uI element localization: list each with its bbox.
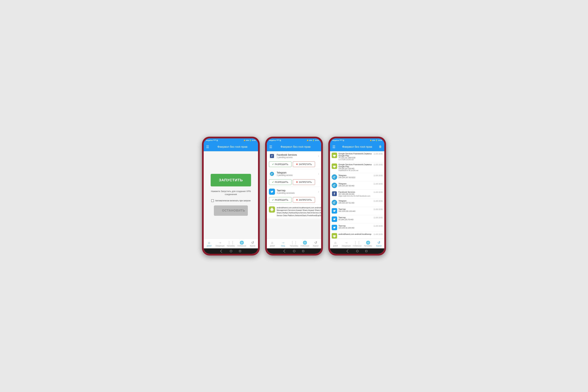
nav-global-1[interactable]: 🌐 Глобальные	[236, 239, 247, 248]
twitter-deny-btn[interactable]: ✖ ЗАПРЕТИТЬ	[293, 197, 315, 203]
journal-time-4: 11-09 19:55	[374, 191, 383, 193]
tg-journal-icon-2	[332, 183, 337, 188]
journal-addr-6: 192.229.220.133:443	[338, 210, 372, 212]
facebook-actions: ✔ ✔ РАЗРЕШИТЬ РАЗРЕШИТЬ ✖ ЗАПРЕТИТЬ	[267, 161, 321, 169]
nav-global-2[interactable]: 🌐 Глобальные	[299, 239, 310, 248]
nav-apps-2[interactable]: ⋮⋮ Программы	[289, 239, 299, 248]
facebook-chevron: ›	[318, 154, 319, 158]
auto-start-checkbox[interactable]	[211, 199, 214, 202]
nav-pending-label-1: Ожидающие	[216, 245, 225, 247]
journal-addr-0: 74.125.131.188:5228	[338, 157, 372, 159]
nav-apps-1[interactable]: ⋮⋮ Программы	[225, 239, 236, 248]
telegram-allow-btn[interactable]: ✔ РАЗРЕШИТЬ	[269, 179, 291, 185]
global-icon-2: 🌐	[303, 240, 307, 245]
nav-global-3[interactable]: 🌐 Программы	[363, 239, 373, 248]
nav-journal-label-2: Журнал	[313, 245, 319, 247]
home-button-1[interactable]	[230, 250, 232, 252]
hamburger-icon-2[interactable]: ☰	[269, 145, 272, 149]
back-button-1[interactable]	[220, 250, 224, 253]
journal-item-5[interactable]: Telegram 149.154.167.51:443 11-09 19:55	[330, 198, 384, 207]
journal-time-9: 11-09 19:55	[374, 234, 383, 235]
facebook-app-name: Facebook Services	[277, 154, 317, 156]
hamburger-icon[interactable]: ☰	[206, 145, 209, 149]
twitter-allow-btn[interactable]: ✔ РАЗРЕШИТЬ	[269, 197, 291, 203]
journal-item-4[interactable]: Facebook Services 157.240.205.34:443 edg…	[330, 190, 384, 198]
nav-apps-label-3: Глобальные	[353, 245, 361, 247]
back-button-3[interactable]	[346, 250, 350, 253]
nav-journal-1[interactable]: ↺ Журнал	[247, 239, 258, 248]
nav-global-label-3: Программы	[364, 245, 372, 247]
home-button-2[interactable]	[293, 250, 295, 252]
journal-addr-4: 157.240.205.34:443	[338, 193, 372, 195]
recents-button-2[interactable]	[302, 250, 304, 252]
nav-apps-3[interactable]: ⋮⋮ Глобальные	[352, 239, 363, 248]
nav-journal-3[interactable]: ↺ Журнал	[373, 239, 384, 248]
nav-pending-3[interactable]: → Ожидающие	[341, 239, 352, 248]
telegram-pending-header[interactable]: Telegram 1 pending access ›	[267, 169, 321, 178]
journal-app-name-6: Твиттер	[338, 208, 372, 210]
facebook-allow-btn[interactable]: ✔ ✔ РАЗРЕШИТЬ РАЗРЕШИТЬ	[269, 162, 291, 167]
journal-addr-2: 149.154.167.50:5222	[338, 176, 372, 178]
journal-addr-1: 216.58.210.136:443	[338, 168, 372, 170]
status-bar-1: MegaFon ᴴ⁴ᴸᵀᴱ ||| 🔔 63% 🔋 19:55	[204, 138, 258, 142]
svg-point-6	[332, 200, 337, 205]
nav-home-1[interactable]: ⌂ Домой	[204, 239, 215, 248]
nav-journal-label-1: Журнал	[250, 245, 255, 247]
trash-icon[interactable]: 🗑	[379, 145, 382, 148]
start-button[interactable]: ЗАПУСТИТЬ	[211, 174, 251, 186]
tg-journal-icon-1	[332, 174, 337, 180]
nav-pending-label-3: Ожидающие	[342, 245, 351, 247]
app-title-2: Фаервол без root-прав	[272, 145, 319, 148]
journal-item-8[interactable]: Твиттер 104.244.42.194:443 11-09 19:55	[330, 224, 384, 232]
nav-pending-1[interactable]: → Ожидающие	[215, 239, 225, 248]
auto-start-label: Автоматически включать при запуске	[215, 200, 251, 202]
android-pending-block[interactable]: androidhwext,com.android.localtransport,…	[267, 205, 321, 219]
journal-time-2: 11-09 19:55	[374, 175, 383, 176]
phone-nav-2	[267, 248, 321, 254]
tw-journal-icon-2	[332, 216, 337, 222]
nav-home-3[interactable]: ⌂ Домой	[330, 239, 341, 248]
journal-time-5: 11-09 19:55	[374, 200, 383, 202]
android-text: androidhwext,com.android.localtransport,…	[277, 206, 321, 217]
journal-item-2[interactable]: Telegram 149.154.167.50:5222 11-09 19:55	[330, 173, 384, 181]
journal-time-0: 11-09 19:55	[374, 153, 383, 155]
home-button-3[interactable]	[356, 250, 359, 252]
apps-icon-3: ⋮⋮	[354, 240, 361, 245]
facebook-pending-header[interactable]: Facebook Services 1 pending access ›	[267, 151, 321, 161]
journal-time-6: 11-09 19:55	[374, 208, 383, 210]
journal-host-0: lu-in-f188.1e100.net	[338, 159, 372, 160]
nav-home-label-2: Домой	[270, 245, 274, 247]
pending-icon-3: →	[345, 241, 348, 245]
journal-app-name-3: Telegram	[338, 183, 372, 185]
journal-item-3[interactable]: Telegram 149.154.167.50:443 11-09 19:55	[330, 181, 384, 190]
nav-journal-2[interactable]: ↺ Журнал	[310, 239, 321, 248]
fb-journal-icon	[332, 191, 337, 196]
recents-button-3[interactable]	[365, 250, 367, 252]
journal-item-0[interactable]: Google Services Framework,Сервисы Google…	[330, 151, 384, 162]
telegram-deny-btn[interactable]: ✖ ЗАПРЕТИТЬ	[293, 179, 315, 185]
journal-item-7[interactable]: Твиттер 93.184.220.70:443 11-09 19:55	[330, 215, 384, 224]
checkmark-icon-tg: ✔	[272, 181, 274, 183]
journal-icon-1: ↺	[251, 240, 254, 245]
journal-item-9[interactable]: androidhwext,com.android.localtransp 11-…	[330, 232, 384, 238]
google-icon-2	[332, 164, 337, 169]
app-title-3: Фаервол без root-прав	[335, 145, 379, 148]
journal-item-1[interactable]: Google Services Framework,Сервисы Google…	[330, 162, 384, 173]
twitter-pending-header[interactable]: Твиттер 3 pending accesses ›	[267, 187, 321, 196]
status-right-1: 🔔 63% 🔋 19:55	[244, 140, 256, 141]
phone-2: MegaFon ᴴ⁴ᴸᵀᴱ ||| 🔔 63% 🔋 19:55 ☰ Фаерво…	[265, 137, 323, 256]
journal-app-name-7: Твиттер	[338, 216, 372, 218]
telegram-info: Telegram 1 pending access	[277, 171, 317, 176]
nav-home-2[interactable]: ⌂ Домой	[267, 239, 278, 248]
journal-info-4: Facebook Services 157.240.205.34:443 edg…	[338, 191, 372, 197]
back-button-2[interactable]	[283, 250, 287, 253]
journal-item-6[interactable]: Твиттер 192.229.220.133:443 11-09 19:55	[330, 207, 384, 215]
hamburger-icon-3[interactable]: ☰	[332, 145, 335, 149]
nav-pending-2[interactable]: → Ожид.	[278, 239, 289, 248]
nav-global-label-1: Глобальные	[237, 245, 246, 247]
apps-icon-2: ⋮⋮	[291, 240, 297, 245]
twitter-actions: ✔ РАЗРЕШИТЬ ✖ ЗАПРЕТИТЬ	[267, 196, 321, 204]
facebook-deny-btn[interactable]: ✖ ЗАПРЕТИТЬ	[293, 162, 315, 167]
phone-3: MegaFon ᴴ⁴ᴸᵀᴱ ||| 🔔 62% 🔋 19:55 ☰ Фаерво…	[328, 137, 386, 256]
recents-button-1[interactable]	[239, 250, 241, 252]
